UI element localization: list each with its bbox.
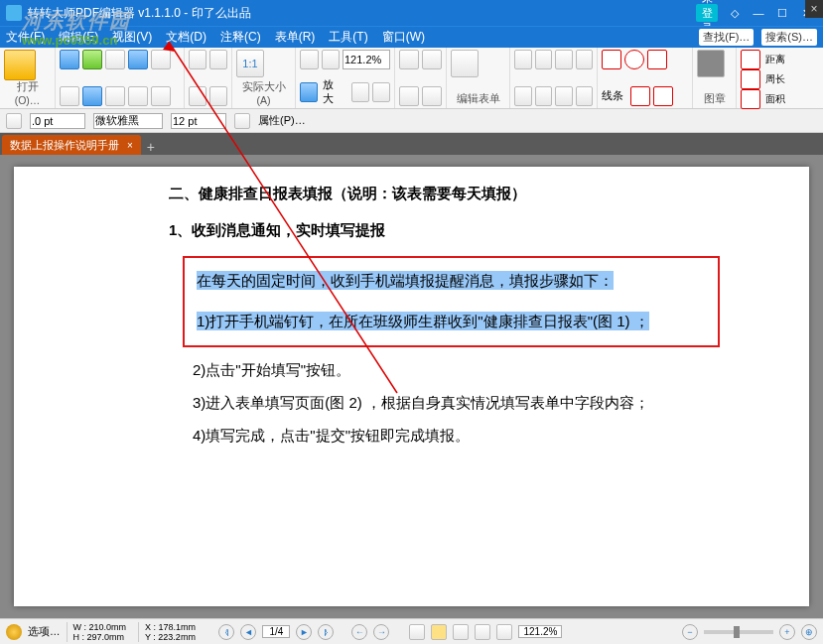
view-mode-icon[interactable] <box>475 624 490 640</box>
back-button[interactable]: ← <box>351 624 367 640</box>
tool-icon[interactable] <box>535 86 553 106</box>
tool-icon[interactable] <box>514 50 532 69</box>
first-page-button[interactable]: ⦉ <box>218 624 234 640</box>
tool-icon[interactable] <box>372 82 390 102</box>
stroke-input[interactable] <box>30 113 85 129</box>
area-icon[interactable] <box>741 89 760 109</box>
tool-icon[interactable] <box>209 86 227 106</box>
menu-view[interactable]: 视图(V) <box>112 29 152 46</box>
tool-icon[interactable] <box>60 86 79 106</box>
size-input[interactable] <box>171 113 226 129</box>
edit-form-icon[interactable] <box>451 50 479 77</box>
font-input[interactable] <box>93 113 163 129</box>
tool-icon[interactable] <box>555 86 573 106</box>
tool-icon[interactable] <box>422 86 442 106</box>
tool-icon[interactable] <box>351 82 369 102</box>
tool-icon[interactable] <box>576 50 594 69</box>
new-tab-button[interactable]: + <box>141 139 161 155</box>
maximize-button[interactable]: ☐ <box>771 4 793 22</box>
tab-close-icon[interactable]: × <box>127 140 133 151</box>
menu-edit[interactable]: 编辑(E) <box>59 29 98 46</box>
tool-icon[interactable] <box>105 50 125 69</box>
menu-form[interactable]: 表单(R) <box>275 29 316 46</box>
menu-tools[interactable]: 工具(T) <box>329 29 367 46</box>
page-size-info: W : 210.0mmH : 297.0mm <box>67 622 133 642</box>
tool-icon[interactable] <box>322 50 341 69</box>
cursor-pos-info: X : 178.1mmY : 223.2mm <box>138 622 202 642</box>
find-button[interactable]: 查找(F)… <box>699 29 754 46</box>
line-shape-icon[interactable] <box>602 50 621 69</box>
fit-button[interactable]: ⊕ <box>801 624 817 640</box>
minimize-button[interactable]: — <box>748 4 769 22</box>
login-badge[interactable]: 未登录 <box>696 4 718 22</box>
selected-text[interactable]: 在每天的固定时间，收到手机端填报提醒消息，填报步骤如下： <box>197 271 614 290</box>
tool-icon[interactable] <box>105 86 125 106</box>
tool-icon[interactable] <box>576 86 594 106</box>
tool-icon[interactable] <box>300 50 319 69</box>
stamp-label: 图章 <box>697 92 732 106</box>
document-viewport[interactable]: 二、健康排查日报表填报（说明：该表需要每天填报） 1、收到消息通知，实时填写提报… <box>0 155 823 618</box>
page-input[interactable] <box>262 625 290 638</box>
zoom-input[interactable] <box>518 625 562 638</box>
tool-icon[interactable] <box>189 86 206 106</box>
edit-form-label: 编辑表单 <box>451 92 505 106</box>
view-mode-icon[interactable] <box>496 624 512 640</box>
tool-icon[interactable] <box>82 50 102 69</box>
doc-paragraph: 4)填写完成，点击"提交"按钮即完成填报。 <box>193 427 710 446</box>
properties-label[interactable]: 属性(P)… <box>258 113 306 128</box>
tool-icon[interactable] <box>128 50 148 69</box>
tool-icon[interactable] <box>6 113 22 129</box>
tool-icon[interactable] <box>399 86 419 106</box>
document-tabs: 数据上报操作说明手册 × + × <box>0 133 823 155</box>
search-button[interactable]: 搜索(S)… <box>761 29 817 46</box>
selected-text[interactable]: 1)打开手机端钉钉，在所在班级师生群收到"健康排查日报表"(图 1) ； <box>197 312 649 330</box>
open-icon[interactable] <box>4 50 36 80</box>
options-label[interactable]: 选项… <box>28 625 61 639</box>
tool-icon[interactable] <box>151 86 171 106</box>
rect-shape-icon[interactable] <box>647 50 667 69</box>
tool-icon[interactable] <box>422 50 442 69</box>
zoom-in-icon[interactable] <box>300 82 318 102</box>
tool-icon[interactable] <box>399 50 419 69</box>
measure-icon[interactable] <box>741 50 760 69</box>
next-page-button[interactable]: ► <box>296 624 312 640</box>
circle-shape-icon[interactable] <box>624 50 644 69</box>
view-mode-icon[interactable] <box>409 624 425 640</box>
tool-icon[interactable] <box>209 50 227 69</box>
tool-icon[interactable] <box>151 50 171 69</box>
forward-button[interactable]: → <box>373 624 389 640</box>
last-page-button[interactable]: ⦊ <box>318 624 334 640</box>
view-mode-icon[interactable] <box>453 624 469 640</box>
poly-shape-icon[interactable] <box>630 86 650 106</box>
wifi-icon[interactable]: ◇ <box>724 4 746 22</box>
view-mode-icon[interactable] <box>431 624 447 640</box>
menu-window[interactable]: 窗口(W) <box>382 29 425 46</box>
options-icon[interactable] <box>6 624 22 640</box>
highlight-rectangle: 在每天的固定时间，收到手机端填报提醒消息，填报步骤如下： 1)打开手机端钉钉，在… <box>183 256 720 347</box>
actual-size-icon[interactable]: 1:1 <box>236 50 264 77</box>
cloud-shape-icon[interactable] <box>653 86 673 106</box>
tool-icon[interactable] <box>234 113 250 129</box>
tool-icon[interactable] <box>514 86 532 106</box>
titlebar: 转转大师PDF编辑器 v1.1.1.0 - 印了么出品 未登录 ◇ — ☐ ✕ <box>0 0 823 26</box>
actual-size-label: 实际大小(A) <box>236 80 291 106</box>
tool-icon[interactable] <box>189 50 206 69</box>
tool-icon[interactable] <box>555 50 573 69</box>
menu-comment[interactable]: 注释(C) <box>220 29 261 46</box>
zoom-slider[interactable] <box>704 630 773 634</box>
tool-icon[interactable] <box>60 50 79 69</box>
prev-page-button[interactable]: ◄ <box>240 624 256 640</box>
perimeter-icon[interactable] <box>741 69 760 89</box>
zoom-in-button[interactable]: + <box>779 624 795 640</box>
tool-icon[interactable] <box>128 86 148 106</box>
menu-file[interactable]: 文件(F) <box>6 29 45 46</box>
tool-icon[interactable] <box>535 50 553 69</box>
stamp-icon[interactable] <box>697 50 725 77</box>
menu-document[interactable]: 文档(D) <box>166 29 206 46</box>
document-tab[interactable]: 数据上报操作说明手册 × <box>2 135 141 155</box>
panel-close-icon[interactable]: × <box>805 0 823 18</box>
tool-icon[interactable] <box>82 86 102 106</box>
ribbon-toolbar: 打开(O)… 1:1 实际大小(A) 放大 编辑表单 线条 图章 距离 周长 面… <box>0 48 823 109</box>
zoom-input[interactable] <box>343 50 390 69</box>
zoom-out-button[interactable]: − <box>682 624 698 640</box>
